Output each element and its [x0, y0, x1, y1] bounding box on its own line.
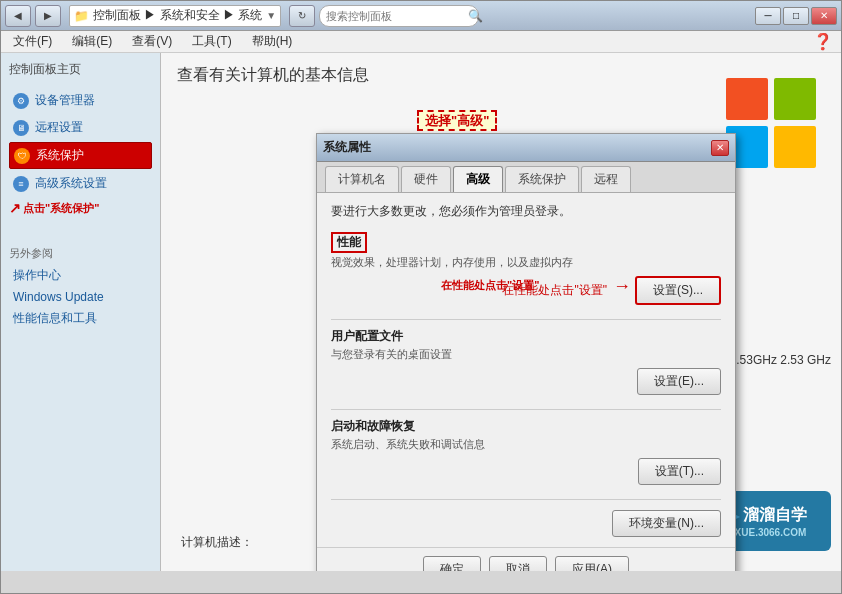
tab-remote[interactable]: 远程: [581, 166, 631, 192]
sidebar-item-system-protect[interactable]: 🛡 系统保护: [9, 142, 152, 169]
section-startup-title: 启动和故障恢复: [331, 418, 721, 435]
svg-rect-0: [726, 78, 768, 120]
tab-computer-name[interactable]: 计算机名: [325, 166, 399, 192]
main-window: ◀ ▶ 📁 控制面板 ▶ 系统和安全 ▶ 系统 ▼ ↻ 🔍 ─ □ ✕ 文件(F…: [0, 0, 842, 594]
startup-btn-row: 设置(T)...: [331, 458, 721, 485]
apply-button[interactable]: 应用(A): [555, 556, 629, 571]
sidebar-link-windows-update[interactable]: Windows Update: [9, 288, 152, 306]
sidebar-label-device-manager: 设备管理器: [35, 92, 95, 109]
search-icon[interactable]: 🔍: [468, 9, 483, 23]
sidebar-label-system-protect: 系统保护: [36, 147, 84, 164]
startup-settings-button[interactable]: 设置(T)...: [638, 458, 721, 485]
dialog-footer: 确定 取消 应用(A): [317, 547, 735, 571]
section-user-profile: 用户配置文件 与您登录有关的桌面设置 设置(E)...: [331, 328, 721, 395]
content-area: 查看有关计算机的基本信息 @ 2.53GHz 2.53 GHz 计算机描述： ▶: [161, 53, 841, 571]
brand-logo-row: ▶ 溜溜自学: [725, 505, 807, 527]
sidebar-title: 控制面板主页: [9, 61, 152, 78]
menu-help[interactable]: 帮助(H): [248, 31, 297, 52]
remote-icon: 🖥: [13, 120, 29, 136]
svg-rect-1: [774, 78, 816, 120]
back-button[interactable]: ◀: [5, 5, 31, 27]
brand-name: 溜溜自学: [743, 505, 807, 526]
search-input[interactable]: [326, 10, 464, 22]
title-bar: ◀ ▶ 📁 控制面板 ▶ 系统和安全 ▶ 系统 ▼ ↻ 🔍 ─ □ ✕: [1, 1, 841, 31]
address-dropdown-icon[interactable]: ▼: [266, 10, 276, 21]
sidebar-item-advanced[interactable]: ≡ 高级系统设置: [9, 171, 152, 196]
refresh-button[interactable]: ↻: [289, 5, 315, 27]
minimize-button[interactable]: ─: [755, 7, 781, 25]
menu-edit[interactable]: 编辑(E): [68, 31, 116, 52]
maximize-button[interactable]: □: [783, 7, 809, 25]
search-bar: 🔍: [319, 5, 479, 27]
section-startup: 启动和故障恢复 系统启动、系统失败和调试信息 设置(T)...: [331, 418, 721, 485]
computer-desc-label: 计算机描述：: [181, 534, 253, 551]
sidebar-label-advanced: 高级系统设置: [35, 175, 107, 192]
sidebar: 控制面板主页 ⚙ 设备管理器 🖥 远程设置 🛡 系统保护 ≡ 高级系统设置: [1, 53, 161, 571]
sidebar-item-remote[interactable]: 🖥 远程设置: [9, 115, 152, 140]
dialog-note: 要进行大多数更改，您必须作为管理员登录。: [331, 203, 721, 220]
menu-tools[interactable]: 工具(T): [188, 31, 235, 52]
close-button[interactable]: ✕: [811, 7, 837, 25]
title-bar-left: ◀ ▶ 📁 控制面板 ▶ 系统和安全 ▶ 系统 ▼ ↻ 🔍: [5, 5, 479, 27]
section-performance-desc: 视觉效果，处理器计划，内存使用，以及虚拟内存: [331, 255, 573, 270]
section-performance: 性能 视觉效果，处理器计划，内存使用，以及虚拟内存 在性能处点击"设置" → 设…: [331, 232, 721, 305]
section-performance-title: 性能: [331, 232, 573, 253]
another-section-label: 另外参阅: [9, 246, 152, 261]
tab-system-protect[interactable]: 系统保护: [505, 166, 579, 192]
windows-logo-area: [721, 73, 821, 176]
choose-high-annotation: 选择"高级": [417, 112, 497, 130]
menu-bar: 文件(F) 编辑(E) 查看(V) 工具(T) 帮助(H) ❓: [1, 31, 841, 53]
advanced-icon: ≡: [13, 176, 29, 192]
cancel-button[interactable]: 取消: [489, 556, 547, 571]
tab-advanced[interactable]: 高级: [453, 166, 503, 192]
dialog-close-button[interactable]: ✕: [711, 140, 729, 156]
dialog-tabs: 计算机名 硬件 高级 系统保护 远程: [317, 162, 735, 193]
ok-button[interactable]: 确定: [423, 556, 481, 571]
divider-1: [331, 319, 721, 320]
brand-site: ZIXUE.3066.COM: [726, 527, 807, 538]
user-profile-settings-button[interactable]: 设置(E)...: [637, 368, 721, 395]
address-text[interactable]: 控制面板 ▶ 系统和安全 ▶ 系统: [93, 7, 262, 24]
click-system-protect-annotation: ↗ 点击"系统保护": [9, 200, 152, 216]
forward-button[interactable]: ▶: [35, 5, 61, 27]
env-variables-button[interactable]: 环境变量(N)...: [612, 510, 721, 537]
perf-annotation-text: 在性能处点击"设置": [441, 278, 539, 293]
divider-3: [331, 499, 721, 500]
right-arrow-icon: →: [613, 276, 631, 305]
section-user-profile-title: 用户配置文件: [331, 328, 721, 345]
sidebar-link-action-center[interactable]: 操作中心: [9, 265, 152, 286]
menu-view[interactable]: 查看(V): [128, 31, 176, 52]
arrow-down-icon: ↗: [9, 200, 21, 216]
svg-rect-3: [774, 126, 816, 168]
section-user-profile-desc: 与您登录有关的桌面设置: [331, 347, 721, 362]
choose-high-label: 选择"高级": [417, 110, 497, 131]
tab-hardware[interactable]: 硬件: [401, 166, 451, 192]
window-controls: ─ □ ✕: [755, 7, 837, 25]
dialog-body: 要进行大多数更改，您必须作为管理员登录。 性能 视觉效果，处理器计划，内存使用，…: [317, 193, 735, 547]
dialog-title: 系统属性: [323, 139, 371, 156]
folder-icon: 📁: [74, 9, 89, 23]
sidebar-link-performance[interactable]: 性能信息和工具: [9, 308, 152, 329]
env-btn-row: 环境变量(N)...: [331, 508, 721, 537]
performance-label-highlight: 性能: [331, 232, 367, 253]
device-manager-icon: ⚙: [13, 93, 29, 109]
dialog-title-bar: 系统属性 ✕: [317, 134, 735, 162]
help-icon[interactable]: ❓: [813, 32, 833, 51]
section-startup-desc: 系统启动、系统失败和调试信息: [331, 437, 721, 452]
main-area: 控制面板主页 ⚙ 设备管理器 🖥 远程设置 🛡 系统保护 ≡ 高级系统设置: [1, 53, 841, 571]
performance-settings-button[interactable]: 设置(S)...: [635, 276, 721, 305]
another-section: 另外参阅 操作中心 Windows Update 性能信息和工具: [9, 246, 152, 329]
sidebar-label-remote: 远程设置: [35, 119, 83, 136]
shield-icon: 🛡: [14, 148, 30, 164]
user-profile-btn-row: 设置(E)...: [331, 368, 721, 395]
windows-logo-icon: [721, 73, 821, 173]
divider-2: [331, 409, 721, 410]
address-bar: 📁 控制面板 ▶ 系统和安全 ▶ 系统 ▼: [69, 5, 281, 27]
system-properties-dialog: 系统属性 ✕ 选择"高级" 计算机名 硬件 高级 系统保护 远程 要进行: [316, 133, 736, 571]
menu-file[interactable]: 文件(F): [9, 31, 56, 52]
sidebar-item-device-manager[interactable]: ⚙ 设备管理器: [9, 88, 152, 113]
